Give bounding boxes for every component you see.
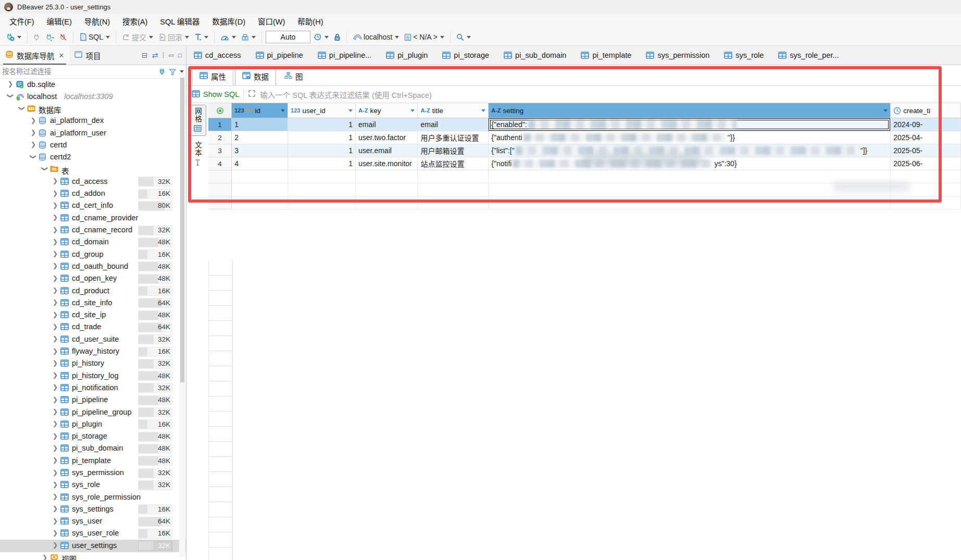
menu-item-6[interactable]: 数据库(D) [206, 14, 252, 29]
cell-key[interactable]: user.two.factor [356, 131, 418, 144]
tree-item-cd_site_info[interactable]: ❯cd_site_info64K [0, 297, 186, 309]
tree-item-sys_settings[interactable]: ❯sys_settings16K [0, 503, 186, 515]
show-sql-button[interactable]: Show SQL [192, 90, 239, 99]
tree-item-数据库[interactable]: ❯数据库 [0, 103, 186, 115]
chevron-down-icon[interactable]: ❯ [7, 93, 14, 99]
active-database-selector[interactable]: < N/A > [402, 31, 446, 43]
cell-title[interactable]: 用户多重认证设置 [418, 131, 489, 144]
transaction-mode-button[interactable] [192, 32, 210, 43]
chevron-right-icon[interactable]: ❯ [52, 396, 58, 403]
tree-item-视图[interactable]: ❯视图 [0, 552, 186, 560]
text-presentation-button[interactable]: 文本 [189, 139, 206, 170]
cell-id[interactable]: 1 [232, 118, 288, 131]
cell-key[interactable]: email [356, 118, 418, 131]
tree-item-pi_pipeline[interactable]: ❯pi_pipeline48K [0, 394, 186, 406]
chevron-right-icon[interactable]: ❯ [52, 469, 58, 476]
chevron-right-icon[interactable]: ❯ [52, 177, 58, 184]
tree-item-pi_plugin[interactable]: ❯pi_plugin16K [0, 418, 186, 430]
tree-item-pi_history[interactable]: ❯pi_history32K [0, 358, 186, 370]
cell-user-id[interactable]: 1 [288, 118, 356, 131]
tree-item-pi_pipeline_group[interactable]: ❯pi_pipeline_group32K [0, 406, 186, 418]
grid-row-1[interactable]: 111emailemail{"enabled":2024-09- [208, 118, 961, 131]
cell-create-time[interactable]: 2024-09- [891, 118, 961, 131]
chevron-down-icon[interactable]: ❯ [41, 166, 48, 172]
tree-item-sys_user_role[interactable]: ❯sys_user_role16K [0, 528, 186, 540]
cell-title[interactable]: 站点监控设置 [418, 157, 489, 170]
chevron-down-icon[interactable]: ❯ [30, 154, 37, 160]
chevron-right-icon[interactable]: ❯ [52, 383, 58, 391]
tree-item-sys_role_permission[interactable]: ❯sys_role_permission [0, 491, 186, 503]
column-dropdown-icon[interactable] [281, 109, 285, 112]
auto-refresh-value[interactable]: Auto [266, 31, 310, 43]
scrollbar-thumb[interactable] [180, 78, 184, 382]
tab-diagram[interactable]: 图 [278, 68, 310, 85]
tree-item-sys_permission[interactable]: ❯sys_permission32K [0, 467, 186, 479]
cell-title[interactable]: email [418, 118, 489, 131]
row-number[interactable]: 1 [208, 118, 232, 131]
tree-item-cd_oauth_bound[interactable]: ❯cd_oauth_bound48K [0, 260, 186, 272]
editor-tab-pi_plugin[interactable]: pi_plugin [379, 46, 435, 65]
menu-item-3[interactable]: 导航(N) [78, 14, 116, 29]
tree-item-db.sqlite[interactable]: ❯db.sqlite [0, 79, 186, 91]
editor-tab-sys_permission[interactable]: sys_permission [639, 46, 717, 65]
cell-setting[interactable]: {"enabled": [489, 118, 891, 131]
tree-item-user_settings[interactable]: ❯user_settings32K [0, 540, 186, 552]
tree-item-cd_domain[interactable]: ❯cd_domain48K [0, 237, 186, 248]
chevron-right-icon[interactable]: ❯ [52, 505, 58, 512]
chevron-right-icon[interactable]: ❯ [52, 226, 58, 233]
cell-create-time[interactable]: 2025-05- [891, 144, 961, 157]
tree-item-pi_notification[interactable]: ❯pi_notification32K [0, 382, 186, 394]
row-number[interactable]: 4 [208, 157, 232, 170]
menu-item-8[interactable]: 帮助(H) [291, 14, 329, 29]
tree-item-localhost[interactable]: ❯localhostlocalhost:3309 [0, 91, 186, 103]
chevron-right-icon[interactable]: ❯ [52, 202, 58, 209]
tree-item-cd_access[interactable]: ❯cd_access32K [0, 176, 186, 188]
chevron-right-icon[interactable]: ❯ [52, 517, 58, 525]
chevron-right-icon[interactable]: ❯ [52, 529, 58, 537]
chevron-right-icon[interactable]: ❯ [52, 275, 58, 282]
row-number[interactable]: 2 [208, 131, 232, 144]
column-header-title[interactable]: A-Ztitle [418, 103, 489, 118]
row-number[interactable]: 3 [208, 144, 232, 157]
tree-item-pi_history_log[interactable]: ❯pi_history_log48K [0, 370, 186, 382]
chevron-right-icon[interactable]: ❯ [52, 287, 58, 294]
chevron-right-icon[interactable]: ❯ [30, 141, 36, 148]
chevron-right-icon[interactable]: ❯ [52, 420, 58, 427]
tree-item-sys_role[interactable]: ❯sys_role32K [0, 479, 186, 491]
chevron-right-icon[interactable]: ❯ [52, 214, 58, 221]
chevron-right-icon[interactable]: ❯ [52, 493, 58, 500]
sql-editor-button[interactable]: SQL [77, 31, 112, 43]
menu-item-4[interactable]: 搜索(A) [116, 14, 154, 29]
rollback-button[interactable]: 回滚 [156, 30, 191, 44]
cell-user-id[interactable]: 1 [288, 144, 356, 157]
column-dropdown-icon[interactable] [410, 109, 415, 112]
cell-create-time[interactable]: 2025-04- [891, 131, 961, 144]
cell-title[interactable]: 用户邮箱设置 [418, 144, 489, 157]
chevron-right-icon[interactable]: ❯ [52, 432, 58, 440]
tree-item-表[interactable]: ❯表 [0, 164, 186, 176]
cell-user-id[interactable]: 1 [288, 131, 356, 144]
chevron-right-icon[interactable]: ❯ [52, 323, 58, 330]
chevron-right-icon[interactable]: ❯ [52, 190, 58, 197]
tree-item-cd_group[interactable]: ❯cd_group16K [0, 248, 186, 260]
tree-item-ai_platform_user[interactable]: ❯ai_platform_user [0, 127, 186, 139]
tree-item-certd[interactable]: ❯certd [0, 139, 186, 151]
view-menu-icon[interactable]: ⁞ [162, 51, 164, 59]
tab-data[interactable]: 数据 [235, 67, 276, 85]
collapse-all-icon[interactable]: ⊟ [142, 51, 148, 59]
cell-id[interactable]: 4 [232, 157, 288, 170]
refresh-interval-button[interactable] [311, 31, 331, 43]
disconnect-button[interactable] [57, 32, 69, 43]
column-header-create_ti[interactable]: create_ti [891, 103, 961, 118]
menu-item-7[interactable]: 窗口(W) [252, 14, 291, 29]
editor-tab-pi_pipeline[interactable]: pi_pipeline... [310, 46, 379, 65]
chevron-right-icon[interactable]: ❯ [52, 311, 58, 318]
new-connection-button[interactable] [3, 31, 23, 43]
chevron-right-icon[interactable]: ❯ [42, 554, 48, 560]
chevron-right-icon[interactable]: ❯ [52, 456, 58, 464]
menu-item-1[interactable]: 文件(F) [3, 14, 41, 29]
reconnect-button[interactable] [44, 32, 56, 43]
performance-button[interactable] [218, 32, 238, 43]
column-dropdown-icon[interactable] [348, 109, 353, 112]
cell-setting[interactable]: {"authenti"}} [489, 131, 891, 144]
